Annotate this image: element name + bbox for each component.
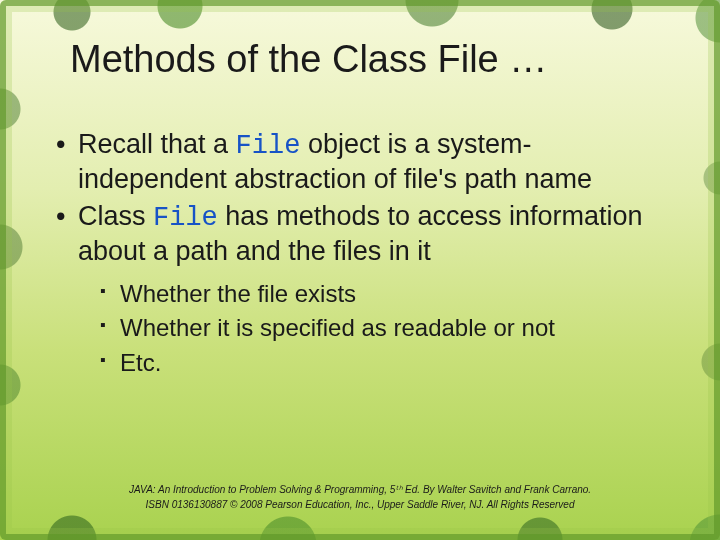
slide-title: Methods of the Class File … [70,38,680,81]
bullet-2-text-pre: Class [78,201,153,231]
bullet-2-code: File [153,203,218,233]
subbullet-2: Whether it is specified as readable or n… [98,312,666,344]
footer-line-2: ISBN 0136130887 © 2008 Pearson Education… [0,498,720,513]
subbullet-3: Etc. [98,347,666,379]
decor-left [0,40,46,500]
bullet-1: Recall that a File object is a system-in… [52,128,666,196]
slide-content: Recall that a File object is a system-in… [52,128,666,383]
footer: JAVA: An Introduction to Problem Solving… [0,483,720,512]
subbullet-1: Whether the file exists [98,278,666,310]
decor-right [690,40,720,500]
bullet-2: Class File has methods to access informa… [52,200,666,379]
bullet-1-code: File [236,131,301,161]
bullet-1-text-pre: Recall that a [78,129,236,159]
slide: Methods of the Class File … Recall that … [0,0,720,540]
footer-line-1: JAVA: An Introduction to Problem Solving… [129,484,591,495]
